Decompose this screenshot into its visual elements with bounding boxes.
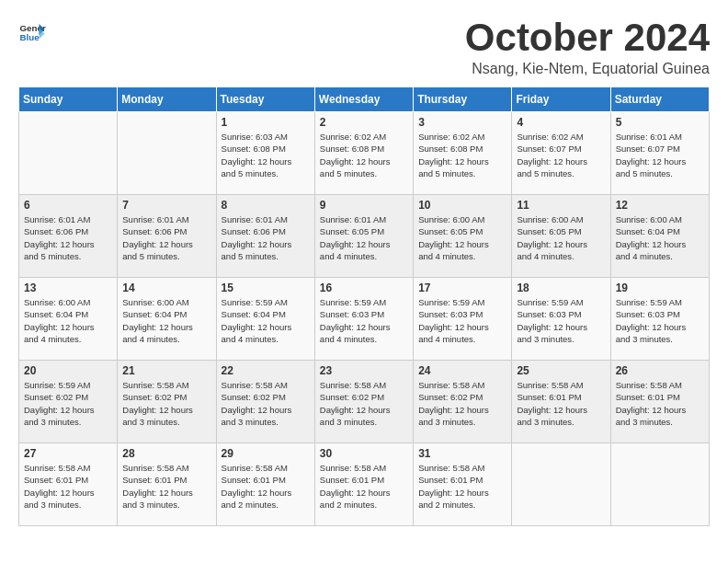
calendar-cell: 20Sunrise: 5:59 AM Sunset: 6:02 PM Dayli…: [19, 361, 118, 443]
svg-text:Blue: Blue: [20, 32, 40, 42]
logo-icon: General Blue: [18, 18, 46, 46]
week-row-3: 20Sunrise: 5:59 AM Sunset: 6:02 PM Dayli…: [19, 361, 710, 443]
header-monday: Monday: [118, 87, 216, 112]
day-number: 17: [418, 282, 506, 294]
day-info: Sunrise: 5:59 AM Sunset: 6:04 PM Dayligh…: [222, 296, 310, 345]
day-info: Sunrise: 5:58 AM Sunset: 6:02 PM Dayligh…: [122, 379, 210, 428]
calendar-cell: 9Sunrise: 6:01 AM Sunset: 6:05 PM Daylig…: [314, 195, 413, 278]
calendar-body: 1Sunrise: 6:03 AM Sunset: 6:08 PM Daylig…: [19, 112, 710, 526]
day-info: Sunrise: 5:59 AM Sunset: 6:02 PM Dayligh…: [24, 379, 112, 428]
day-info: Sunrise: 6:01 AM Sunset: 6:06 PM Dayligh…: [24, 213, 112, 262]
day-number: 2: [320, 116, 408, 129]
calendar-cell: 25Sunrise: 5:58 AM Sunset: 6:01 PM Dayli…: [512, 361, 610, 443]
day-number: 16: [320, 282, 408, 294]
day-number: 6: [24, 199, 112, 212]
calendar-cell: [512, 443, 610, 526]
calendar-cell: 21Sunrise: 5:58 AM Sunset: 6:02 PM Dayli…: [118, 361, 216, 443]
calendar-cell: [610, 443, 709, 526]
calendar-cell: 13Sunrise: 6:00 AM Sunset: 6:04 PM Dayli…: [19, 278, 118, 361]
calendar-cell: [118, 112, 216, 195]
day-number: 29: [222, 447, 310, 460]
header-sunday: Sunday: [19, 87, 118, 112]
week-row-2: 13Sunrise: 6:00 AM Sunset: 6:04 PM Dayli…: [19, 278, 710, 361]
day-info: Sunrise: 5:58 AM Sunset: 6:02 PM Dayligh…: [320, 379, 408, 428]
day-info: Sunrise: 6:02 AM Sunset: 6:07 PM Dayligh…: [517, 131, 605, 179]
day-number: 12: [616, 199, 704, 212]
day-number: 18: [517, 282, 605, 294]
day-info: Sunrise: 6:00 AM Sunset: 6:05 PM Dayligh…: [418, 213, 506, 262]
calendar-cell: 19Sunrise: 5:59 AM Sunset: 6:03 PM Dayli…: [610, 278, 709, 361]
day-number: 15: [222, 282, 310, 294]
day-number: 20: [24, 364, 112, 377]
calendar-cell: 31Sunrise: 5:58 AM Sunset: 6:01 PM Dayli…: [414, 443, 512, 526]
day-info: Sunrise: 5:58 AM Sunset: 6:01 PM Dayligh…: [222, 462, 310, 511]
calendar-cell: 4Sunrise: 6:02 AM Sunset: 6:07 PM Daylig…: [512, 112, 610, 195]
day-info: Sunrise: 6:01 AM Sunset: 6:07 PM Dayligh…: [616, 131, 704, 179]
calendar-cell: 16Sunrise: 5:59 AM Sunset: 6:03 PM Dayli…: [314, 278, 413, 361]
day-number: 3: [418, 116, 506, 129]
day-number: 24: [418, 364, 506, 377]
day-info: Sunrise: 6:00 AM Sunset: 6:04 PM Dayligh…: [122, 296, 210, 345]
day-number: 23: [320, 364, 408, 377]
calendar-table: SundayMondayTuesdayWednesdayThursdayFrid…: [18, 86, 710, 526]
header-thursday: Thursday: [414, 87, 512, 112]
calendar-cell: [19, 112, 118, 195]
calendar-cell: 8Sunrise: 6:01 AM Sunset: 6:06 PM Daylig…: [216, 195, 314, 278]
day-number: 27: [24, 447, 112, 460]
calendar-cell: 12Sunrise: 6:00 AM Sunset: 6:04 PM Dayli…: [610, 195, 709, 278]
calendar-cell: 1Sunrise: 6:03 AM Sunset: 6:08 PM Daylig…: [216, 112, 314, 195]
day-info: Sunrise: 6:00 AM Sunset: 6:05 PM Dayligh…: [517, 213, 605, 262]
day-info: Sunrise: 5:59 AM Sunset: 6:03 PM Dayligh…: [517, 296, 605, 345]
day-number: 10: [418, 199, 506, 212]
calendar-cell: 29Sunrise: 5:58 AM Sunset: 6:01 PM Dayli…: [216, 443, 314, 526]
day-number: 31: [418, 447, 506, 460]
calendar-cell: 10Sunrise: 6:00 AM Sunset: 6:05 PM Dayli…: [414, 195, 512, 278]
day-info: Sunrise: 6:01 AM Sunset: 6:06 PM Dayligh…: [122, 213, 210, 262]
calendar-cell: 6Sunrise: 6:01 AM Sunset: 6:06 PM Daylig…: [19, 195, 118, 278]
calendar-cell: 2Sunrise: 6:02 AM Sunset: 6:08 PM Daylig…: [314, 112, 413, 195]
title-section: October 2024 Nsang, Kie-Ntem, Equatorial…: [465, 18, 710, 77]
calendar-cell: 23Sunrise: 5:58 AM Sunset: 6:02 PM Dayli…: [314, 361, 413, 443]
header-tuesday: Tuesday: [216, 87, 314, 112]
calendar-cell: 27Sunrise: 5:58 AM Sunset: 6:01 PM Dayli…: [19, 443, 118, 526]
calendar-cell: 30Sunrise: 5:58 AM Sunset: 6:01 PM Dayli…: [314, 443, 413, 526]
day-number: 21: [122, 364, 210, 377]
day-info: Sunrise: 5:59 AM Sunset: 6:03 PM Dayligh…: [418, 296, 506, 345]
calendar-cell: 15Sunrise: 5:59 AM Sunset: 6:04 PM Dayli…: [216, 278, 314, 361]
header-wednesday: Wednesday: [314, 87, 413, 112]
day-info: Sunrise: 5:58 AM Sunset: 6:02 PM Dayligh…: [222, 379, 310, 428]
day-number: 5: [616, 116, 704, 129]
day-number: 9: [320, 199, 408, 212]
day-info: Sunrise: 5:58 AM Sunset: 6:01 PM Dayligh…: [616, 379, 704, 428]
day-number: 8: [222, 199, 310, 212]
day-info: Sunrise: 5:58 AM Sunset: 6:01 PM Dayligh…: [122, 462, 210, 511]
subtitle: Nsang, Kie-Ntem, Equatorial Guinea: [465, 61, 710, 77]
day-info: Sunrise: 6:00 AM Sunset: 6:04 PM Dayligh…: [616, 213, 704, 262]
header-saturday: Saturday: [610, 87, 709, 112]
calendar-cell: 22Sunrise: 5:58 AM Sunset: 6:02 PM Dayli…: [216, 361, 314, 443]
day-info: Sunrise: 6:02 AM Sunset: 6:08 PM Dayligh…: [418, 131, 506, 179]
day-info: Sunrise: 5:58 AM Sunset: 6:01 PM Dayligh…: [517, 379, 605, 428]
calendar-cell: 14Sunrise: 6:00 AM Sunset: 6:04 PM Dayli…: [118, 278, 216, 361]
day-number: 1: [222, 116, 310, 129]
calendar-cell: 11Sunrise: 6:00 AM Sunset: 6:05 PM Dayli…: [512, 195, 610, 278]
day-info: Sunrise: 6:03 AM Sunset: 6:08 PM Dayligh…: [222, 131, 310, 179]
day-info: Sunrise: 6:01 AM Sunset: 6:06 PM Dayligh…: [222, 213, 310, 262]
day-number: 14: [122, 282, 210, 294]
day-info: Sunrise: 5:59 AM Sunset: 6:03 PM Dayligh…: [616, 296, 704, 345]
month-title: October 2024: [465, 18, 710, 57]
day-number: 30: [320, 447, 408, 460]
day-number: 22: [222, 364, 310, 377]
day-info: Sunrise: 5:58 AM Sunset: 6:02 PM Dayligh…: [418, 379, 506, 428]
day-number: 4: [517, 116, 605, 129]
day-info: Sunrise: 6:00 AM Sunset: 6:04 PM Dayligh…: [24, 296, 112, 345]
calendar-cell: 17Sunrise: 5:59 AM Sunset: 6:03 PM Dayli…: [414, 278, 512, 361]
day-number: 25: [517, 364, 605, 377]
day-info: Sunrise: 5:58 AM Sunset: 6:01 PM Dayligh…: [418, 462, 506, 511]
day-number: 28: [122, 447, 210, 460]
week-row-0: 1Sunrise: 6:03 AM Sunset: 6:08 PM Daylig…: [19, 112, 710, 195]
header-friday: Friday: [512, 87, 610, 112]
day-number: 19: [616, 282, 704, 294]
calendar-cell: 26Sunrise: 5:58 AM Sunset: 6:01 PM Dayli…: [610, 361, 709, 443]
calendar-cell: 28Sunrise: 5:58 AM Sunset: 6:01 PM Dayli…: [118, 443, 216, 526]
